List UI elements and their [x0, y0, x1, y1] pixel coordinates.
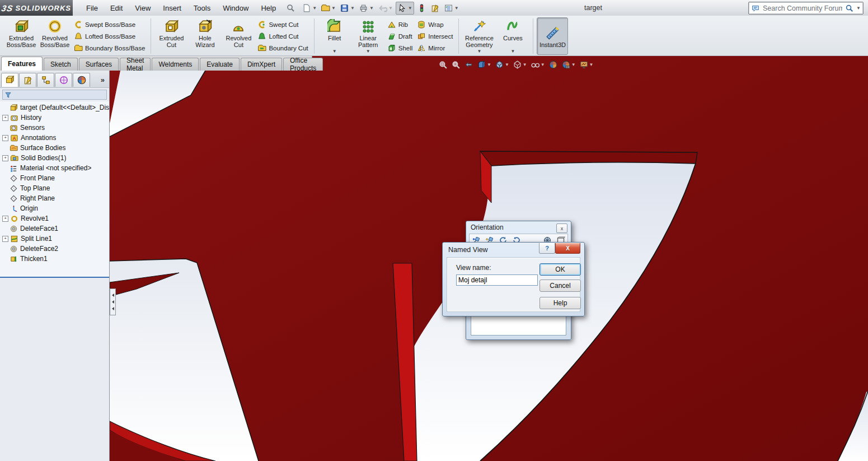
- dialog-help-button[interactable]: ?: [539, 243, 555, 254]
- panel-tab-dimxpert-manager[interactable]: [55, 73, 72, 87]
- expand-toggle[interactable]: +: [2, 135, 8, 141]
- cancel-button[interactable]: Cancel: [539, 280, 581, 292]
- tree-item-origin[interactable]: Origin: [0, 203, 109, 213]
- expand-toggle[interactable]: +: [2, 216, 8, 222]
- ribbon-shell[interactable]: Shell: [385, 42, 415, 54]
- ribbon-curves[interactable]: Curves▼: [496, 17, 529, 55]
- view-name-input[interactable]: [456, 274, 538, 286]
- panel-tab-property-manager[interactable]: [19, 73, 36, 87]
- expand-toggle[interactable]: +: [2, 155, 8, 161]
- save-button[interactable]: ▼: [339, 2, 356, 14]
- panel-tab-feature-manager[interactable]: [1, 73, 18, 87]
- tree-item-surface-bodies[interactable]: Surface Bodies: [0, 143, 109, 153]
- zoom-area-button[interactable]: [451, 60, 461, 69]
- tree-item-deleteface1[interactable]: DeleteFace1: [0, 223, 109, 234]
- menu-insert[interactable]: Insert: [157, 2, 187, 15]
- ribbon-hole-wizard[interactable]: HoleWizard: [188, 17, 222, 55]
- ribbon-mirror[interactable]: Mirror: [415, 42, 455, 54]
- tree-root[interactable]: target (Default<<Default>_Displ: [0, 103, 109, 113]
- save-dropdown-caret[interactable]: ▼: [350, 6, 355, 11]
- hide-show-glasses-dropdown-caret[interactable]: ▼: [541, 62, 545, 67]
- ribbon-extruded-cut[interactable]: ExtrudedCut: [154, 17, 188, 55]
- ribbon-dropdown-caret[interactable]: ▼: [477, 49, 481, 54]
- tab-dimxpert[interactable]: DimXpert: [241, 58, 282, 71]
- tree-item-thicken1[interactable]: Thicken1: [0, 254, 109, 264]
- print-dropdown-caret[interactable]: ▼: [369, 6, 374, 11]
- ribbon-swept-boss-base[interactable]: Swept Boss/Base: [72, 18, 147, 30]
- view-settings-monitor-button[interactable]: ▼: [579, 60, 594, 69]
- ribbon-reference-geometry[interactable]: ReferenceGeometry▼: [462, 17, 496, 55]
- tab-sheet-metal[interactable]: Sheet Metal: [120, 58, 151, 71]
- display-style-cube-dropdown-caret[interactable]: ▼: [523, 62, 527, 67]
- tab-surfaces[interactable]: Surfaces: [79, 58, 119, 71]
- ribbon-dropdown-caret[interactable]: ▼: [510, 49, 515, 54]
- menu-view[interactable]: View: [129, 2, 156, 15]
- dialog-close-button[interactable]: X: [555, 243, 580, 254]
- zoom-fit-button[interactable]: [438, 60, 448, 69]
- panel-splitter-handle[interactable]: [110, 288, 116, 315]
- new-document-dropdown-caret[interactable]: ▼: [312, 6, 317, 11]
- expand-toggle[interactable]: +: [2, 236, 8, 242]
- expand-toggle[interactable]: +: [2, 115, 8, 121]
- options-list-dropdown-caret[interactable]: ▼: [454, 6, 459, 11]
- ribbon-linear-pattern[interactable]: LinearPattern▼: [351, 17, 385, 55]
- new-document-button[interactable]: ▼: [301, 2, 318, 14]
- file-properties-button[interactable]: [429, 2, 441, 14]
- ribbon-boundary-boss-base[interactable]: Boundary Boss/Base: [72, 42, 147, 54]
- ribbon-instant3d[interactable]: Instant3D: [537, 17, 568, 55]
- menu-tools[interactable]: Tools: [188, 2, 216, 15]
- panel-tab-display-manager[interactable]: [73, 73, 90, 87]
- undo-dropdown-caret[interactable]: ▼: [388, 6, 393, 11]
- edit-appearance-sphere-button[interactable]: [548, 60, 558, 69]
- select-cursor-button[interactable]: ▼: [396, 2, 414, 15]
- tree-item-annotations[interactable]: +AAnnotations: [0, 133, 109, 143]
- tree-item-revolve1[interactable]: +Revolve1: [0, 213, 109, 223]
- tree-item-solid-bodies-1-[interactable]: +Solid Bodies(1): [0, 153, 109, 163]
- menu-file[interactable]: File: [81, 2, 104, 15]
- apply-scene-sphere-button[interactable]: ▼: [561, 60, 576, 69]
- open-folder-dropdown-caret[interactable]: ▼: [331, 6, 336, 11]
- ribbon-lofted-cut[interactable]: Lofted Cut: [255, 30, 310, 42]
- view-orientation-cube-button[interactable]: ▼: [495, 60, 509, 69]
- open-folder-button[interactable]: ▼: [320, 2, 337, 14]
- tree-item-sensors[interactable]: Sensors: [0, 123, 109, 133]
- select-cursor-dropdown-caret[interactable]: ▼: [408, 6, 412, 11]
- search-magnifier-icon[interactable]: [845, 4, 853, 12]
- orientation-close-button[interactable]: x: [556, 223, 567, 233]
- panel-tab-overflow[interactable]: »: [97, 76, 108, 84]
- ribbon-dropdown-caret[interactable]: ▼: [366, 49, 370, 54]
- view-orientation-cube-dropdown-caret[interactable]: ▼: [505, 62, 509, 67]
- ribbon-boundary-cut[interactable]: Boundary Cut: [255, 42, 310, 54]
- view-settings-monitor-dropdown-caret[interactable]: ▼: [589, 62, 594, 67]
- ribbon-rib[interactable]: Rib: [385, 18, 415, 30]
- rebuild-traffic-light-button[interactable]: [416, 2, 428, 14]
- menu-help[interactable]: Help: [255, 2, 281, 15]
- ribbon-fillet[interactable]: Fillet▼: [318, 17, 351, 55]
- tab-sketch[interactable]: Sketch: [44, 58, 78, 71]
- search-assistant-icon[interactable]: [286, 3, 295, 12]
- ribbon-intersect[interactable]: Intersect: [415, 30, 455, 42]
- community-search-box[interactable]: Search Community Forum ▼: [748, 2, 864, 15]
- ribbon-draft[interactable]: Draft: [385, 30, 415, 42]
- section-view-dropdown-caret[interactable]: ▼: [487, 62, 491, 67]
- ribbon-wrap[interactable]: Wrap: [415, 18, 455, 30]
- tab-evaluate[interactable]: Evaluate: [200, 58, 240, 71]
- tab-office-products[interactable]: Office Products: [283, 58, 323, 71]
- tree-item-history[interactable]: +History: [0, 113, 109, 123]
- previous-view-button[interactable]: [464, 60, 473, 69]
- options-list-button[interactable]: ▼: [443, 2, 460, 14]
- tab-features[interactable]: Features: [1, 57, 43, 71]
- ribbon-revolved-boss-base[interactable]: RevolvedBoss/Base: [38, 17, 72, 55]
- ribbon-revolved-cut[interactable]: RevolvedCut: [222, 17, 255, 55]
- ok-button[interactable]: OK: [539, 263, 581, 276]
- tree-item-right-plane[interactable]: Right Plane: [0, 193, 109, 203]
- tree-filter-bar[interactable]: [2, 90, 107, 100]
- panel-tab-configuration-manager[interactable]: [37, 73, 54, 87]
- menu-window[interactable]: Window: [217, 2, 254, 15]
- ribbon-swept-cut[interactable]: Swept Cut: [255, 18, 310, 30]
- print-button[interactable]: ▼: [358, 2, 375, 14]
- help-button[interactable]: Help: [539, 297, 581, 309]
- menu-edit[interactable]: Edit: [105, 2, 128, 15]
- apply-scene-sphere-dropdown-caret[interactable]: ▼: [571, 62, 576, 67]
- tree-item-deleteface2[interactable]: DeleteFace2: [0, 244, 109, 254]
